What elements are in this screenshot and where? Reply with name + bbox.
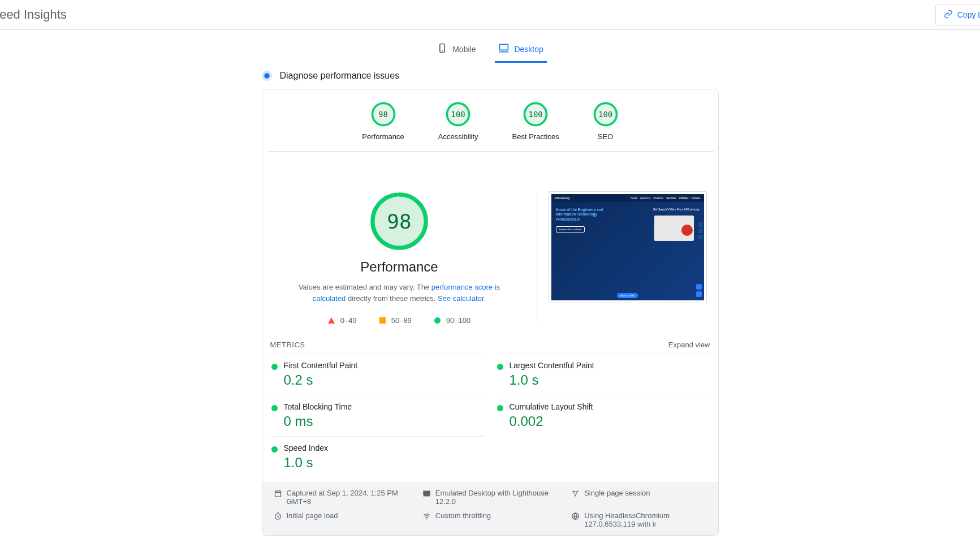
score-label: SEO [598, 132, 613, 141]
mobile-icon [437, 42, 448, 55]
diagnose-bullet-icon [262, 71, 272, 81]
gauge-best-practices: 100 [523, 102, 548, 127]
app-title: eSpeed Insights [0, 7, 67, 22]
score-best-practices[interactable]: 100 Best Practices [512, 102, 559, 141]
copy-link-label: Copy Lin [957, 10, 980, 19]
report-card: 98 Performance 100 Accessibility 100 Bes… [262, 89, 719, 536]
env-session: Single page session [571, 489, 706, 506]
gauge-value: 98 [387, 210, 411, 233]
env-browser: Using HeadlessChromium 127.0.6533.119 wi… [571, 511, 706, 528]
page-screenshot: MNLeistung Home About Us Products Servic… [549, 191, 707, 303]
legend-high: 90–100 [434, 316, 470, 325]
score-label: Performance [362, 132, 404, 141]
globe-icon [571, 511, 580, 522]
svg-point-18 [426, 519, 427, 520]
environment-footer: Captured at Sep 1, 2024, 1:25 PM GMT+8 E… [262, 482, 718, 535]
app-header: eSpeed Insights Copy Lin [0, 0, 980, 30]
tab-desktop[interactable]: Desktop [495, 37, 546, 63]
metric-si[interactable]: Speed Index 1.0 s [270, 436, 485, 477]
gauge-value: 100 [598, 110, 612, 119]
gauge-accessibility: 100 [446, 102, 470, 127]
expand-view-link[interactable]: Expand view [668, 341, 710, 349]
metrics-grid: First Contentful Paint 0.2 s Largest Con… [262, 354, 718, 477]
metric-fcp[interactable]: First Contentful Paint 0.2 s [270, 354, 485, 395]
svg-rect-2 [500, 44, 508, 50]
metric-lcp[interactable]: Largest Contentful Paint 1.0 s [496, 354, 710, 395]
status-dot-icon [497, 405, 503, 411]
link-icon [944, 10, 953, 20]
env-throttle: Custom throttling [422, 511, 558, 528]
metric-tbt[interactable]: Total Blocking Time 0 ms [270, 395, 485, 436]
metrics-header: METRICS Expand view [262, 336, 718, 354]
score-seo[interactable]: 100 SEO [593, 102, 618, 141]
score-label: Best Practices [512, 132, 559, 141]
gauge-value: 100 [451, 110, 465, 119]
copy-link-button[interactable]: Copy Lin [935, 5, 980, 25]
status-dot-icon [271, 446, 278, 453]
score-performance[interactable]: 98 Performance [362, 102, 404, 141]
env-captured: Captured at Sep 1, 2024, 1:25 PM GMT+8 [274, 489, 409, 506]
gauge-value: 100 [528, 110, 542, 119]
square-icon [379, 317, 386, 324]
diagnose-heading: Diagnose performance issues [262, 63, 719, 89]
gauge-performance-large: 98 [369, 191, 429, 251]
tab-mobile-label: Mobile [452, 45, 476, 54]
legend-mid: 50–89 [379, 316, 412, 325]
category-scores: 98 Performance 100 Accessibility 100 Bes… [267, 89, 714, 152]
device-tabs: Mobile Desktop [0, 30, 980, 63]
metric-cls[interactable]: Cumulative Layout Shift 0.002 [496, 395, 710, 436]
status-dot-icon [497, 364, 503, 370]
performance-title: Performance [360, 259, 438, 275]
circle-icon [434, 317, 441, 324]
score-label: Accessibility [438, 132, 478, 141]
see-calculator-link[interactable]: See calculator. [438, 294, 486, 303]
laptop-icon [422, 489, 431, 499]
performance-description: Values are estimated and may vary. The p… [297, 282, 501, 304]
performance-section: 98 Performance Values are estimated and … [262, 152, 718, 336]
legend-low: 0–49 [328, 316, 357, 325]
status-dot-icon [271, 405, 278, 411]
svg-point-16 [575, 495, 576, 497]
calendar-icon [274, 489, 282, 499]
tab-desktop-label: Desktop [514, 45, 543, 54]
gauge-seo: 100 [593, 102, 618, 127]
timer-icon [274, 511, 282, 522]
triangle-icon [328, 317, 335, 324]
score-legend: 0–49 50–89 90–100 [328, 316, 470, 325]
tab-mobile[interactable]: Mobile [433, 37, 479, 63]
score-accessibility[interactable]: 100 Accessibility [438, 102, 478, 141]
env-emulated: Emulated Desktop with Lighthouse 12.2.0 [422, 489, 558, 506]
gauge-performance: 98 [371, 102, 396, 127]
wifi-icon [422, 511, 431, 522]
diagnose-title: Diagnose performance issues [280, 71, 400, 81]
desktop-icon [498, 42, 510, 55]
network-icon [571, 489, 580, 499]
gauge-value: 98 [378, 110, 388, 119]
metrics-title: METRICS [270, 341, 305, 349]
env-pageload: Initial page load [274, 511, 409, 528]
status-dot-icon [271, 364, 278, 370]
